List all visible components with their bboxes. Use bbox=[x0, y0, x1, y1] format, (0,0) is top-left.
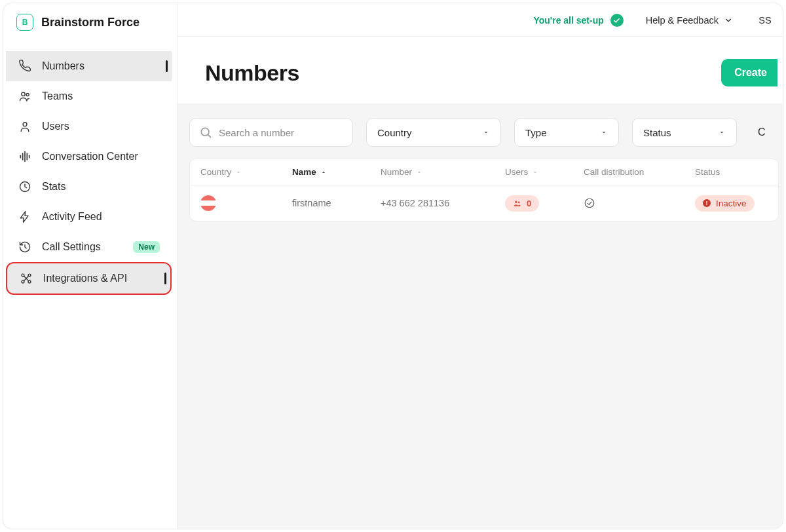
status-pill: ! Inactive bbox=[695, 195, 755, 212]
sidebar-item-label: Activity Feed bbox=[42, 211, 160, 223]
cell-number: +43 662 281136 bbox=[381, 198, 505, 208]
sidebar-item-integrations-api[interactable]: Integrations & API bbox=[6, 262, 172, 295]
waveform-icon bbox=[18, 149, 32, 164]
page-title: Numbers bbox=[205, 60, 299, 86]
sidebar-item-label: Users bbox=[42, 121, 160, 132]
status-text: Inactive bbox=[716, 199, 747, 208]
filter-country-label: Country bbox=[377, 127, 412, 138]
create-button[interactable]: Create bbox=[721, 59, 777, 86]
sidebar-item-activity-feed[interactable]: Activity Feed bbox=[6, 202, 172, 232]
users-pill: 0 bbox=[505, 195, 539, 212]
cell-status: ! Inactive bbox=[695, 195, 779, 212]
filter-country[interactable]: Country bbox=[366, 118, 501, 147]
numbers-table: Country Name Number Users bbox=[189, 159, 779, 221]
table-row[interactable]: firstname +43 662 281136 0 bbox=[190, 185, 778, 221]
filter-type[interactable]: Type bbox=[514, 118, 619, 147]
content-area: Country Type Status bbox=[178, 104, 783, 529]
search-icon bbox=[199, 126, 212, 139]
sidebar-item-conversation-center[interactable]: Conversation Center bbox=[6, 142, 172, 172]
svg-point-19 bbox=[585, 199, 594, 208]
chevron-down-icon bbox=[724, 16, 733, 25]
col-name[interactable]: Name bbox=[292, 167, 381, 177]
new-badge: New bbox=[133, 241, 160, 253]
caret-down-icon bbox=[532, 169, 538, 176]
filter-status-label: Status bbox=[643, 127, 671, 138]
col-label: Number bbox=[381, 167, 412, 177]
sidebar-nav: Numbers Teams Users bbox=[3, 46, 177, 295]
users-count: 0 bbox=[527, 199, 531, 208]
sidebar-item-label: Teams bbox=[42, 90, 160, 102]
caret-down-icon bbox=[718, 128, 726, 136]
users-icon bbox=[513, 199, 521, 208]
col-country[interactable]: Country bbox=[200, 167, 292, 177]
col-label: Name bbox=[292, 167, 316, 177]
flag-austria-icon bbox=[200, 195, 216, 211]
caret-up-icon bbox=[320, 169, 327, 176]
alert-icon: ! bbox=[703, 199, 711, 207]
avatar[interactable]: SS bbox=[755, 15, 775, 26]
clock-icon bbox=[18, 180, 32, 194]
filter-type-label: Type bbox=[525, 127, 547, 138]
svg-point-15 bbox=[201, 128, 209, 136]
sidebar-item-label: Call Settings bbox=[42, 241, 123, 253]
caret-down-icon bbox=[600, 128, 608, 136]
sidebar-item-label: Stats bbox=[42, 181, 160, 193]
search-number-box[interactable] bbox=[189, 118, 353, 147]
col-users[interactable]: Users bbox=[505, 167, 584, 177]
col-status[interactable]: Status bbox=[695, 167, 779, 177]
filter-status[interactable]: Status bbox=[632, 118, 737, 147]
table-header: Country Name Number Users bbox=[190, 159, 778, 185]
col-label: Country bbox=[200, 167, 231, 177]
sidebar-item-label: Numbers bbox=[42, 60, 160, 72]
caret-down-icon bbox=[416, 169, 422, 176]
history-icon bbox=[18, 240, 32, 254]
cell-name: firstname bbox=[292, 198, 381, 208]
svg-point-2 bbox=[23, 123, 27, 126]
main-content: You're all set-up Help & Feedback SS Num… bbox=[178, 3, 783, 529]
sidebar-item-numbers[interactable]: Numbers bbox=[6, 51, 172, 81]
users-group-icon bbox=[18, 89, 32, 104]
user-icon bbox=[18, 119, 32, 134]
col-number[interactable]: Number bbox=[381, 167, 505, 177]
cell-country bbox=[200, 195, 292, 211]
bolt-icon bbox=[18, 210, 32, 224]
page-header: Numbers Create bbox=[178, 37, 783, 104]
search-input[interactable] bbox=[219, 127, 343, 138]
sidebar: B Brainstorm Force Numbers Teams bbox=[3, 3, 178, 529]
svg-point-1 bbox=[26, 94, 29, 96]
caret-down-icon bbox=[482, 128, 490, 136]
network-icon bbox=[19, 271, 33, 286]
cell-users: 0 bbox=[505, 195, 584, 212]
sidebar-item-teams[interactable]: Teams bbox=[6, 81, 172, 111]
sidebar-item-call-settings[interactable]: Call Settings New bbox=[6, 232, 172, 262]
svg-line-16 bbox=[208, 135, 211, 138]
check-circle-outline-icon bbox=[584, 197, 695, 209]
svg-point-18 bbox=[518, 201, 520, 203]
filter-extra-truncated[interactable]: C bbox=[758, 126, 766, 138]
sidebar-item-label: Integrations & API bbox=[43, 273, 159, 284]
topbar: You're all set-up Help & Feedback SS bbox=[178, 3, 783, 37]
sidebar-item-label: Conversation Center bbox=[42, 151, 160, 162]
col-call-distribution[interactable]: Call distribution bbox=[584, 167, 695, 177]
sidebar-item-users[interactable]: Users bbox=[6, 111, 172, 142]
brand-name: Brainstorm Force bbox=[41, 16, 140, 29]
col-label: Users bbox=[505, 167, 528, 177]
cell-call-distribution bbox=[584, 197, 695, 209]
sidebar-item-stats[interactable]: Stats bbox=[6, 172, 172, 202]
svg-point-0 bbox=[22, 92, 25, 96]
brand-logo: B bbox=[16, 14, 33, 31]
caret-down-icon bbox=[235, 169, 242, 176]
phone-icon bbox=[18, 59, 32, 73]
filters-row: Country Type Status bbox=[189, 118, 779, 147]
help-feedback-menu[interactable]: Help & Feedback bbox=[646, 15, 733, 26]
setup-status[interactable]: You're all set-up bbox=[533, 14, 623, 27]
setup-status-text: You're all set-up bbox=[533, 15, 603, 26]
svg-point-17 bbox=[515, 200, 517, 202]
brand[interactable]: B Brainstorm Force bbox=[3, 3, 177, 46]
col-label: Status bbox=[695, 167, 720, 177]
check-circle-icon bbox=[610, 14, 624, 27]
help-label: Help & Feedback bbox=[646, 15, 719, 26]
col-label: Call distribution bbox=[584, 167, 644, 177]
